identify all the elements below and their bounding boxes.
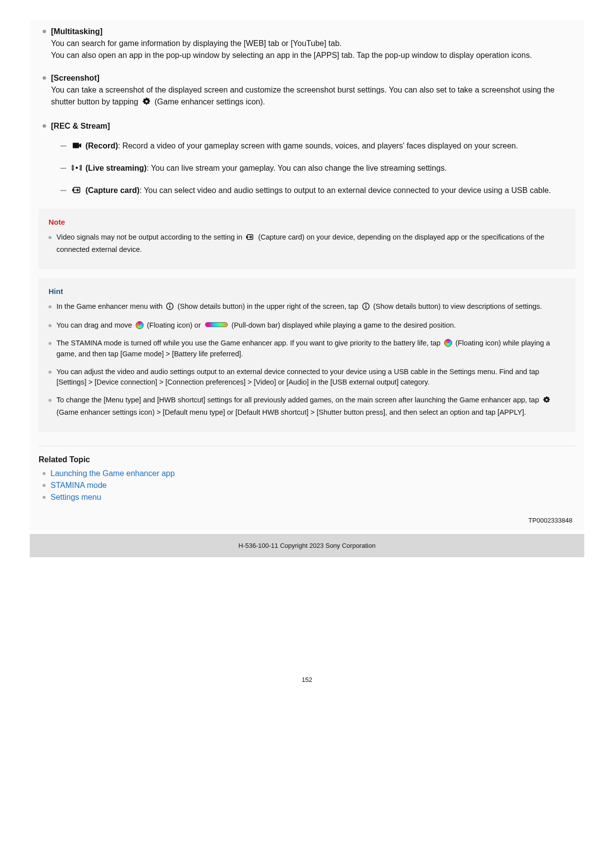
bullet-icon bbox=[49, 399, 51, 402]
note-item: Video signals may not be output accordin… bbox=[49, 232, 565, 255]
capture-card-icon bbox=[246, 233, 255, 244]
note-box: Note Video signals may not be output acc… bbox=[39, 209, 575, 269]
multitasking-p2: You can also open an app in the pop-up w… bbox=[51, 49, 575, 61]
dash-icon bbox=[60, 190, 66, 191]
bullet-icon bbox=[43, 76, 46, 80]
hint-box: Hint In the Game enhancer menu with (Sho… bbox=[39, 278, 575, 432]
section-multitasking: [Multitasking] You can search for game i… bbox=[43, 26, 575, 61]
multitasking-p1: You can search for game information by d… bbox=[51, 38, 575, 49]
bullet-icon bbox=[43, 484, 46, 487]
copyright-footer: H-536-100-11 Copyright 2023 Sony Corpora… bbox=[30, 534, 584, 557]
bullet-icon bbox=[49, 342, 51, 345]
capture-card-icon bbox=[72, 186, 82, 198]
bullet-icon bbox=[49, 324, 51, 327]
pulldown-bar-icon bbox=[205, 322, 228, 327]
related-title: Related Topic bbox=[39, 455, 575, 464]
bullet-icon bbox=[43, 496, 46, 499]
rec-title: [REC & Stream] bbox=[51, 120, 575, 132]
floating-icon bbox=[444, 339, 452, 347]
bullet-icon bbox=[43, 472, 46, 475]
bullet-icon bbox=[43, 30, 46, 33]
h1a: In the Game enhancer menu with bbox=[56, 302, 164, 310]
list-item: Settings menu bbox=[43, 493, 575, 502]
info-icon bbox=[362, 302, 370, 314]
related-link-2[interactable]: STAMINA mode bbox=[51, 481, 107, 489]
page-number: 152 bbox=[30, 676, 584, 683]
list-item: STAMINA mode bbox=[43, 481, 575, 490]
h5b: (Game enhancer settings icon) > [Default… bbox=[56, 408, 526, 416]
item-capture: (Capture card): You can select video and… bbox=[60, 185, 575, 198]
broadcast-icon bbox=[72, 163, 82, 176]
screenshot-title: [Screenshot] bbox=[51, 72, 575, 84]
item-record: (Record): Record a video of your gamepla… bbox=[60, 140, 575, 153]
h2b: (Floating icon) or bbox=[147, 321, 203, 329]
hint-item: In the Game enhancer menu with (Show det… bbox=[49, 301, 565, 314]
hint-item: The STAMINA mode is turned off while you… bbox=[49, 338, 565, 360]
section-screenshot: [Screenshot] You can take a screenshot o… bbox=[43, 72, 575, 109]
divider bbox=[39, 446, 575, 446]
section-rec-stream: [REC & Stream] (Record): Record a video … bbox=[43, 120, 575, 198]
dash-icon bbox=[60, 168, 66, 169]
note-1a: Video signals may not be output accordin… bbox=[56, 233, 244, 241]
screenshot-text: You can take a screenshot of the display… bbox=[51, 84, 575, 109]
hint-item: You can drag and move (Floating icon) or… bbox=[49, 320, 565, 331]
h1c: (Show details button) to view descriptio… bbox=[373, 302, 542, 310]
bullet-icon bbox=[49, 236, 51, 239]
h2a: You can drag and move bbox=[56, 321, 134, 329]
screenshot-t2: (Game enhancer settings icon). bbox=[154, 97, 265, 106]
h1b: (Show details button) in the upper right… bbox=[177, 302, 360, 310]
related-link-3[interactable]: Settings menu bbox=[51, 493, 101, 501]
bullet-icon bbox=[43, 124, 46, 128]
screenshot-t1: You can take a screenshot of the display… bbox=[51, 86, 555, 106]
gear-icon bbox=[543, 396, 551, 407]
item-live: (Live streaming): You can live stream yo… bbox=[60, 162, 575, 176]
live-label: (Live streaming) bbox=[85, 164, 147, 172]
bullet-icon bbox=[49, 371, 51, 374]
doc-id: TP0002333848 bbox=[39, 517, 575, 524]
h4: You can adjust the video and audio setti… bbox=[56, 367, 565, 388]
dash-icon bbox=[60, 145, 66, 146]
record-label: (Record) bbox=[85, 142, 118, 150]
gear-icon bbox=[142, 97, 151, 109]
note-title: Note bbox=[49, 218, 565, 226]
record-text: : Record a video of your gameplay screen… bbox=[118, 142, 518, 150]
hint-item: You can adjust the video and audio setti… bbox=[49, 367, 565, 388]
list-item: Launching the Game enhancer app bbox=[43, 469, 575, 478]
h3a: The STAMINA mode is turned off while you… bbox=[56, 339, 443, 347]
cap-label: (Capture card) bbox=[85, 186, 139, 194]
info-icon bbox=[166, 302, 174, 314]
camera-icon bbox=[72, 141, 82, 153]
related-link-1[interactable]: Launching the Game enhancer app bbox=[51, 469, 175, 478]
bullet-icon bbox=[49, 305, 51, 308]
hint-title: Hint bbox=[49, 287, 565, 295]
floating-icon bbox=[136, 321, 144, 329]
cap-text: : You can select video and audio setting… bbox=[140, 186, 551, 194]
h5a: To change the [Menu type] and [HWB short… bbox=[56, 396, 541, 404]
h2c: (Pull-down bar) displayed while playing … bbox=[232, 321, 456, 329]
hint-item: To change the [Menu type] and [HWB short… bbox=[49, 395, 565, 418]
multitasking-title: [Multitasking] bbox=[51, 26, 575, 38]
live-text: : You can live stream your gameplay. You… bbox=[147, 164, 447, 172]
